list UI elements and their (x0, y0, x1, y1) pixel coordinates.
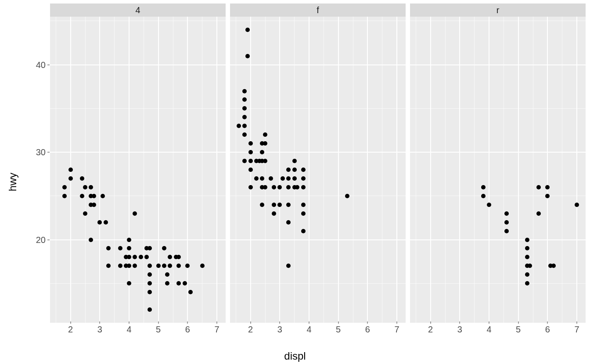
data-point (83, 211, 87, 216)
gridline-major-h (50, 152, 226, 153)
data-point (504, 220, 509, 225)
data-point (263, 141, 267, 146)
data-point (148, 290, 152, 294)
data-point (139, 255, 143, 259)
data-point (185, 264, 190, 268)
data-point (301, 176, 306, 181)
data-point (286, 264, 291, 268)
data-point (176, 281, 181, 285)
gridline-major-v (367, 17, 368, 323)
x-tick-mark (397, 321, 397, 324)
gridline-minor-v (562, 17, 562, 323)
data-point (148, 307, 152, 312)
gridline-major-v (279, 17, 280, 323)
x-tick-mark (280, 321, 280, 324)
gridline-major-v (396, 17, 397, 323)
gridline-major-v (99, 17, 100, 323)
data-point (242, 124, 247, 128)
data-point (272, 185, 276, 189)
data-point (101, 194, 105, 198)
data-point (248, 185, 253, 189)
data-point (80, 194, 84, 198)
data-point (286, 176, 291, 181)
gridline-major-h (230, 239, 406, 240)
x-tick-label: 6 (365, 325, 370, 335)
data-point (162, 264, 166, 268)
x-tick-label: 5 (336, 325, 341, 335)
x-tick-mark (518, 321, 518, 324)
y-axis-title: hwy (7, 173, 19, 192)
data-point (245, 54, 250, 58)
x-tick-mark (129, 321, 130, 324)
data-point (62, 185, 67, 189)
data-point (242, 89, 247, 93)
gridline-minor-h (230, 196, 406, 196)
gridline-minor-h (50, 283, 226, 284)
x-tick-mark (70, 321, 71, 324)
gridline-major-v (338, 17, 339, 323)
gridline-minor-v (416, 17, 416, 323)
data-point (89, 185, 93, 189)
data-point (260, 176, 264, 181)
x-tick-label: 2 (68, 325, 73, 335)
data-point (277, 203, 282, 207)
gridline-major-v (459, 17, 460, 323)
data-point (292, 176, 297, 181)
x-tick-mark (547, 321, 548, 324)
x-tick-label: 7 (394, 325, 399, 335)
data-point (183, 281, 187, 285)
gridline-major-v (187, 17, 188, 323)
data-point (481, 185, 486, 189)
gridline-minor-v (533, 17, 533, 323)
gridline-minor-h (230, 108, 406, 109)
data-point (62, 194, 67, 198)
data-point (133, 264, 137, 268)
x-tick-mark (460, 321, 460, 324)
gridline-major-h (410, 64, 586, 65)
data-point (248, 141, 253, 146)
data-point (104, 220, 108, 225)
data-point (536, 211, 541, 216)
x-tick-label: 6 (185, 325, 190, 335)
data-point (487, 203, 491, 207)
data-point (162, 246, 166, 250)
x-axis-ticks: 234567 (410, 323, 586, 335)
data-point (248, 150, 253, 154)
data-point (281, 176, 285, 181)
data-point (242, 132, 247, 137)
gridline-minor-v (445, 17, 446, 323)
data-point (83, 185, 87, 189)
x-tick-label: 4 (306, 325, 311, 335)
gridline-minor-v (85, 17, 86, 323)
facet-strip-label: f (230, 4, 406, 17)
x-axis-ticks: 234567 (50, 323, 226, 335)
facet-panel: 4234567 (50, 4, 226, 335)
gridline-major-v (309, 17, 309, 323)
gridline-minor-v (324, 17, 324, 323)
data-point (286, 185, 291, 189)
data-point (118, 264, 122, 268)
data-point (301, 168, 306, 172)
x-tick-label: 5 (156, 325, 161, 335)
gridline-minor-h (230, 283, 406, 284)
facet-panel: r234567 (410, 4, 586, 335)
data-point (525, 272, 529, 277)
data-point (176, 264, 181, 268)
gridline-minor-h (50, 21, 226, 21)
x-tick-label: 5 (516, 325, 521, 335)
gridline-major-v (216, 17, 217, 323)
gridline-minor-v (265, 17, 266, 323)
data-point (148, 281, 152, 285)
data-point (148, 246, 152, 250)
data-point (286, 203, 291, 207)
x-tick-mark (100, 321, 100, 324)
plot-area (410, 17, 586, 323)
x-tick-label: 3 (457, 325, 462, 335)
data-point (165, 272, 169, 277)
x-tick-mark (309, 321, 309, 324)
data-point (525, 255, 529, 259)
gridline-minor-h (410, 196, 586, 196)
data-point (144, 255, 149, 259)
gridline-major-h (410, 239, 586, 240)
x-tick-mark (217, 321, 217, 324)
